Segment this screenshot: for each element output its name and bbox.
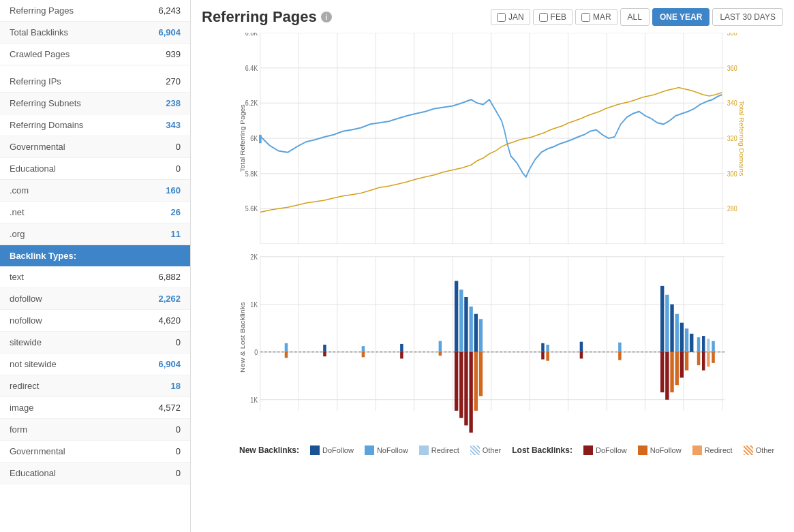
jan-checkbox-input[interactable] — [497, 13, 506, 22]
bt-row-5: redirect 18 — [0, 375, 190, 397]
legend-lost-redirect: Redirect — [692, 445, 733, 455]
svg-rect-93 — [400, 352, 403, 359]
domain-stat-row-6: .net 26 — [0, 202, 190, 223]
dotorg-label: .org — [10, 229, 25, 239]
dofollow-lost-swatch — [583, 445, 593, 455]
new-backlinks-legend: New Backlinks: DoFollow NoFollow Redirec… — [239, 445, 501, 455]
bt-redirect-value: 18 — [171, 381, 181, 391]
bar-new-nofollow-aug2 — [469, 307, 472, 352]
main-area: Referring Pages i JAN FEB MAR ALL ONE YE… — [191, 0, 794, 532]
top-stats-section: Referring Pages 6,243 Total Backlinks 6,… — [0, 0, 190, 65]
svg-rect-120 — [541, 352, 544, 360]
legend-new-dofollow: DoFollow — [310, 445, 354, 455]
svg-rect-112 — [697, 352, 700, 365]
bar-lost-dofollow-aug3 — [464, 352, 468, 426]
svg-rect-104 — [670, 352, 673, 392]
domain-stat-row-5: .com 160 — [0, 180, 190, 202]
info-icon[interactable]: i — [321, 12, 332, 22]
bar-new-nofollow-aug3 — [479, 319, 483, 351]
bar-lost-nofollow-aug6 — [479, 352, 483, 396]
one-year-button[interactable]: ONE YEAR — [652, 8, 709, 26]
bt-sitewide-value: 0 — [176, 337, 181, 347]
domain-stat-row-4: Educational 0 — [0, 158, 190, 180]
bt-row-8: Governmental 0 — [0, 441, 190, 463]
svg-rect-111 — [712, 341, 714, 352]
svg-rect-121 — [546, 352, 549, 361]
bt-dofollow-label: dofollow — [10, 294, 42, 304]
new-backlinks-title: New Backlinks: — [239, 445, 299, 455]
nofollow-lost-label: NoFollow — [650, 446, 682, 454]
svg-text:5.6K: 5.6K — [245, 205, 258, 213]
bt-image-value: 4,572 — [158, 403, 181, 413]
referring-subnets-label: Referring Subnets — [10, 98, 81, 108]
bt-sitewide-label: sitewide — [10, 337, 42, 347]
other-new-swatch — [470, 445, 480, 455]
bar-new-dofollow-aug1 — [455, 281, 458, 351]
bar-lost-dofollow-aug2 — [459, 352, 463, 418]
nofollow-new-swatch — [365, 445, 374, 455]
bt-text-value: 6,882 — [158, 272, 181, 282]
line-chart-container: 6.6K 6.4K 6.2K 6K 5.8K 5.6K 380 360 340 … — [202, 33, 783, 244]
other-lost-swatch — [744, 445, 753, 455]
all-button[interactable]: ALL — [620, 8, 650, 26]
last-30-days-button[interactable]: LAST 30 DAYS — [712, 8, 783, 26]
svg-rect-86 — [323, 345, 326, 352]
domain-stat-row-2: Referring Domains 343 — [0, 114, 190, 136]
lost-backlinks-legend: Lost Backlinks: DoFollow NoFollow Redire… — [512, 445, 774, 455]
svg-text:5.8K: 5.8K — [245, 170, 258, 178]
referring-subnets-value: 238 — [166, 98, 181, 108]
governmental-value: 0 — [176, 142, 181, 152]
dotnet-value: 26 — [171, 207, 181, 217]
svg-text:Total Referring Domains: Total Referring Domains — [738, 101, 745, 176]
sidebar: Referring Pages 6,243 Total Backlinks 6,… — [0, 0, 191, 532]
bar-chart: 2K 1K 0 1K New & Lost Backlinks — [236, 249, 749, 440]
dofollow-new-label: DoFollow — [322, 446, 354, 454]
svg-text:340: 340 — [727, 99, 737, 108]
bt-redirect-label: redirect — [10, 381, 39, 391]
crawled-pages-row: Crawled Pages 939 — [0, 44, 190, 65]
referring-pages-value: 6,243 — [158, 5, 181, 16]
bt-row-1: dofollow 2,262 — [0, 288, 190, 310]
dotcom-value: 160 — [166, 185, 181, 195]
redirect-lost-swatch — [692, 445, 702, 455]
referring-domains-label: Referring Domains — [10, 120, 83, 130]
dotnet-label: .net — [10, 207, 25, 217]
legend-new-other: Other — [470, 445, 502, 455]
svg-rect-110 — [707, 339, 709, 351]
svg-rect-61 — [259, 135, 262, 143]
bar-new-nofollow-aug1 — [459, 290, 463, 352]
mar-checkbox[interactable]: MAR — [575, 9, 617, 25]
svg-text:280: 280 — [727, 205, 737, 213]
svg-rect-114 — [707, 352, 709, 367]
line-chart: 6.6K 6.4K 6.2K 6K 5.8K 5.6K 380 360 340 … — [236, 33, 749, 244]
svg-rect-98 — [675, 314, 679, 352]
total-backlinks-label: Total Backlinks — [10, 27, 68, 37]
bar-chart-container: 2K 1K 0 1K New & Lost Backlinks — [202, 249, 783, 440]
jan-checkbox[interactable]: JAN — [491, 9, 530, 25]
svg-rect-85 — [285, 343, 288, 352]
referring-pages-label: Referring Pages — [10, 5, 74, 16]
bt-row-0: text 6,882 — [0, 266, 190, 288]
svg-rect-106 — [680, 352, 684, 378]
bt-dofollow-value: 2,262 — [158, 294, 181, 304]
svg-rect-91 — [323, 352, 326, 356]
svg-rect-90 — [285, 352, 288, 358]
feb-checkbox[interactable]: FEB — [533, 9, 572, 25]
domain-stats-section: Referring IPs 270 Referring Subnets 238 … — [0, 71, 190, 245]
mar-checkbox-input[interactable] — [581, 13, 590, 22]
main-header: Referring Pages i JAN FEB MAR ALL ONE YE… — [202, 8, 783, 26]
legend-new-redirect: Redirect — [419, 445, 459, 455]
bar-lost-nofollow-aug5 — [474, 352, 478, 411]
svg-text:New & Lost Backlinks: New & Lost Backlinks — [239, 302, 245, 372]
feb-checkbox-input[interactable] — [539, 13, 548, 22]
nofollow-lost-swatch — [638, 445, 647, 455]
crawled-pages-label: Crawled Pages — [10, 49, 70, 59]
dofollow-new-swatch — [310, 445, 320, 455]
svg-rect-92 — [362, 352, 365, 358]
svg-rect-101 — [690, 334, 693, 352]
other-lost-label: Other — [756, 446, 775, 454]
svg-rect-99 — [680, 323, 684, 352]
svg-rect-100 — [685, 328, 688, 351]
svg-rect-107 — [685, 352, 688, 371]
svg-rect-96 — [665, 295, 669, 352]
